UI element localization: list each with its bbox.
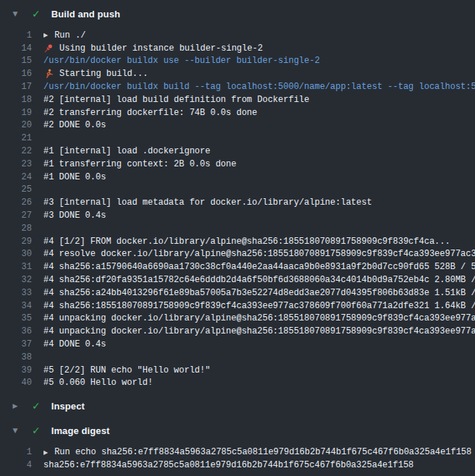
line-number[interactable]: 38 (0, 352, 32, 362)
log-content: #1 [internal] load .dockerignore (43, 146, 475, 156)
section-header-image-digest[interactable]: ▼✓Image digest (0, 418, 475, 443)
line-number[interactable]: 24 (0, 172, 32, 182)
log-text: #5 0.060 Hello world! (43, 378, 153, 388)
log-text: #5 [2/2] RUN echo "Hello world!" (43, 365, 210, 375)
line-number[interactable]: 33 (0, 288, 32, 298)
log-line: 33#4 sha256:a24bb4013296f61e89ba57005a7b… (0, 286, 475, 299)
line-number[interactable]: 19 (0, 108, 32, 118)
line-number[interactable]: 31 (0, 262, 32, 272)
line-number[interactable]: 17 (0, 82, 32, 92)
log-content: #1 DONE 0.0s (43, 172, 475, 182)
log-line: 29#4 [1/2] FROM docker.io/library/alpine… (0, 235, 475, 248)
log-line: 35#4 unpacking docker.io/library/alpine@… (0, 313, 475, 326)
log-content: Starting build... (43, 69, 475, 79)
log-text: #4 unpacking docker.io/library/alpine@sh… (43, 326, 475, 336)
log-text: /usr/bin/docker buildx build --tag local… (43, 82, 475, 92)
log-line: 20#2 DONE 0.0s (0, 119, 475, 132)
log-content: #4 DONE 0.4s (43, 339, 475, 349)
line-number[interactable]: 34 (0, 301, 32, 311)
section-header-inspect[interactable]: ▶✓Inspect (0, 394, 475, 418)
log-content: sha256:e7ff8834a5963a2785c5a0811e979d16b… (43, 460, 475, 470)
log-content: #5 [2/2] RUN echo "Hello world!" (43, 365, 475, 375)
log-text: #4 sha256:df20fa9351a15782c64e6dddb2d4a6… (43, 275, 475, 285)
log-lines-image-digest: 1▶Run echo sha256:e7ff8834a5963a2785c5a0… (0, 443, 475, 472)
line-number[interactable]: 23 (0, 159, 32, 169)
log-text: #4 resolve docker.io/library/alpine@sha2… (43, 249, 475, 259)
run-toggle-icon[interactable]: ▶ (43, 32, 48, 38)
line-number[interactable]: 35 (0, 313, 32, 323)
log-content: #4 unpacking docker.io/library/alpine@sh… (43, 313, 475, 323)
log-line: 4sha256:e7ff8834a5963a2785c5a0811e979d16… (0, 459, 475, 472)
log-content: #1 transferring context: 2B 0.0s done (43, 159, 475, 169)
line-number[interactable]: 37 (0, 339, 32, 349)
log-text: #3 [internal] load metadata for docker.i… (43, 197, 372, 208)
line-number[interactable]: 32 (0, 275, 32, 285)
line-number[interactable]: 20 (0, 120, 32, 130)
line-number[interactable]: 4 (0, 460, 32, 470)
line-number[interactable]: 1 (0, 447, 32, 457)
chevron-down-icon[interactable]: ▼ (10, 427, 20, 434)
line-number[interactable]: 27 (0, 211, 32, 221)
log-content: #5 0.060 Hello world! (43, 378, 475, 388)
log-content: #4 sha256:a24bb4013296f61e89ba57005a7b3e… (43, 288, 475, 298)
line-number[interactable]: 1 (0, 30, 32, 41)
log-content: Using builder instance builder-single-2 (43, 43, 475, 54)
line-number[interactable]: 14 (0, 43, 32, 54)
log-line: 19#2 transferring dockerfile: 74B 0.0s d… (0, 106, 475, 119)
line-number[interactable]: 22 (0, 146, 32, 156)
line-number[interactable]: 21 (0, 133, 32, 143)
log-content: /usr/bin/docker buildx build --tag local… (43, 82, 475, 92)
line-number[interactable]: 16 (0, 69, 32, 79)
log-line: 28 (0, 222, 475, 235)
check-icon: ✓ (32, 9, 41, 19)
line-number[interactable]: 25 (0, 184, 32, 195)
log-line: 17/usr/bin/docker buildx build --tag loc… (0, 80, 475, 93)
line-number[interactable]: 15 (0, 56, 32, 66)
log-content: #4 unpacking docker.io/library/alpine@sh… (43, 326, 475, 336)
line-number[interactable]: 28 (0, 224, 32, 234)
log-text: #4 [1/2] FROM docker.io/library/alpine@s… (43, 237, 450, 247)
log-line: 31#4 sha256:a15790640a6690aa1730c38cf0a4… (0, 260, 475, 273)
log-line: 37#4 DONE 0.4s (0, 338, 475, 351)
line-number[interactable]: 30 (0, 249, 32, 259)
log-text: #1 DONE 0.0s (43, 172, 106, 182)
log-line: 34#4 sha256:185518070891758909c9f839cf4c… (0, 299, 475, 313)
log-content: #3 DONE 0.4s (43, 211, 475, 221)
log-content: #2 transferring dockerfile: 74B 0.0s don… (43, 108, 475, 118)
line-number[interactable]: 29 (0, 237, 32, 247)
log-content: #3 [internal] load metadata for docker.i… (43, 197, 475, 208)
log-content: #4 sha256:185518070891758909c9f839cf4ca3… (43, 301, 475, 311)
line-number[interactable]: 26 (0, 197, 32, 208)
log-content: ▶Run echo sha256:e7ff8834a5963a2785c5a08… (43, 447, 475, 457)
line-number[interactable]: 36 (0, 326, 32, 336)
workflow-log: ▼✓Build and push1▶Run ./14Using builder … (0, 1, 475, 472)
log-text: #4 sha256:a24bb4013296f61e89ba57005a7b3e… (43, 288, 475, 298)
log-line: 23#1 transferring context: 2B 0.0s done (0, 158, 475, 171)
log-lines-build-and-push: 1▶Run ./14Using builder instance builder… (0, 26, 475, 394)
line-number[interactable]: 40 (0, 378, 32, 388)
log-text: sha256:e7ff8834a5963a2785c5a0811e979d16b… (43, 460, 413, 470)
log-line: 36#4 unpacking docker.io/library/alpine@… (0, 325, 475, 338)
log-text: Starting build... (59, 69, 148, 79)
check-icon: ✓ (32, 401, 41, 411)
log-text: #2 DONE 0.0s (43, 120, 106, 130)
line-number[interactable]: 18 (0, 95, 32, 105)
log-text: #1 [internal] load .dockerignore (43, 146, 210, 156)
log-content: ▶Run ./ (43, 30, 475, 41)
log-line: 26#3 [internal] load metadata for docker… (0, 196, 475, 209)
log-line: 1▶Run ./ (0, 29, 475, 42)
log-content: #2 DONE 0.0s (43, 120, 475, 130)
line-number[interactable]: 39 (0, 365, 32, 375)
check-icon: ✓ (32, 425, 41, 435)
log-content: #4 sha256:df20fa9351a15782c64e6dddb2d4a6… (43, 275, 475, 285)
run-toggle-icon[interactable]: ▶ (43, 449, 48, 456)
section-header-build-and-push[interactable]: ▼✓Build and push (0, 1, 475, 26)
section-title: Build and push (51, 9, 120, 20)
log-text: #4 unpacking docker.io/library/alpine@sh… (43, 313, 475, 323)
log-text: #2 [internal] load build definition from… (43, 95, 309, 105)
log-content: #4 sha256:a15790640a6690aa1730c38cf0a440… (43, 262, 475, 272)
log-content: #4 [1/2] FROM docker.io/library/alpine@s… (43, 237, 475, 247)
log-content: /usr/bin/docker buildx use --builder bui… (43, 56, 475, 66)
chevron-right-icon[interactable]: ▶ (10, 402, 20, 409)
chevron-down-icon[interactable]: ▼ (10, 10, 20, 17)
